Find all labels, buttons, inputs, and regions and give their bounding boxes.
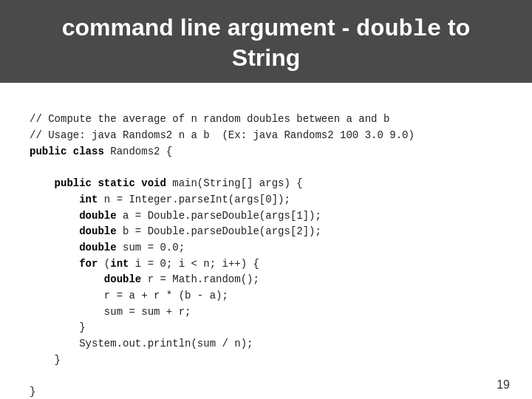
slide-header: command line argument - double to String [0,0,532,83]
header-title-line1: command line argument - double to [62,14,471,41]
code-int: int n = Integer.parseInt(args[0]); [79,194,290,205]
code-for-close: } [79,321,85,333]
header-title-line2: String [232,44,300,71]
comment-line2: // Usage: java Randoms2 n a b (Ex: java … [30,129,415,141]
code-random: double r = Math.random(); [104,273,259,285]
page-number: 19 [497,378,510,392]
code-class-close: } [30,386,35,398]
class-declaration: public class Randoms2 { [30,146,172,157]
main-method: public static void main(String[] args) { [55,177,303,189]
code-println: System.out.println(sum / n); [79,338,253,349]
code-r-calc: r = a + r * (b - a); [104,290,228,301]
code-double-b: double b = Double.parseDouble(args[2]); [79,225,321,237]
code-double-a: double a = Double.parseDouble(args[1]); [79,210,321,222]
code-sum-update: sum = sum + r; [104,306,191,318]
code-method-close: } [55,354,61,366]
comment-line1: // Compute the average of n random doubl… [30,113,389,125]
code-block: // Compute the average of n random doubl… [30,96,502,399]
code-for: for (int i = 0; i < n; i++) { [79,258,259,270]
code-sum-init: double sum = 0.0; [79,242,185,253]
header-title: command line argument - double to String [62,13,471,72]
slide-content: // Compute the average of n random doubl… [0,83,532,399]
